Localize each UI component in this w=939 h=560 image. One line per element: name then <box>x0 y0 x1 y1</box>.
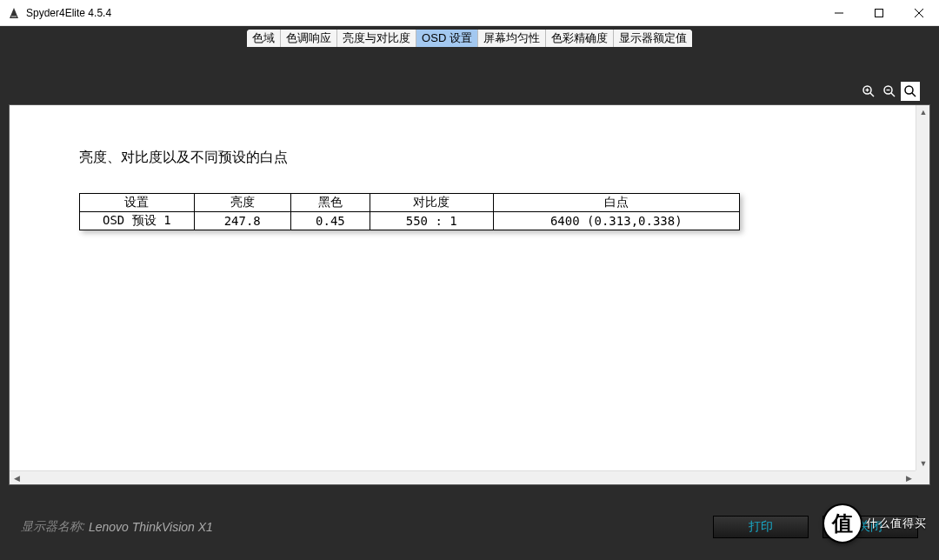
vertical-scrollbar[interactable]: ▲ ▼ <box>916 105 929 470</box>
zoom-fit-button[interactable] <box>901 82 920 101</box>
window-title: Spyder4Elite 4.5.4 <box>26 7 819 19</box>
scroll-right-icon[interactable]: ▶ <box>902 471 916 485</box>
watermark: 值 什么值得买 <box>822 499 927 548</box>
zoom-out-button[interactable] <box>880 82 899 101</box>
svg-line-6 <box>870 93 874 97</box>
window-controls <box>819 0 939 26</box>
osd-table: 设置亮度黑色对比度白点 OSD 预设 1247.80.45550 : 16400… <box>79 193 740 230</box>
monitor-name-value: Lenovo ThinkVision X1 <box>89 520 213 534</box>
svg-rect-2 <box>876 9 883 17</box>
minimize-button[interactable] <box>819 0 859 26</box>
col-header: 对比度 <box>370 194 493 212</box>
content-viewport: 亮度、对比度以及不同预设的白点 设置亮度黑色对比度白点 OSD 预设 1247.… <box>9 104 930 485</box>
tab-1[interactable]: 色调响应 <box>281 30 337 47</box>
table-cell: OSD 预设 1 <box>80 212 195 230</box>
tab-5[interactable]: 色彩精确度 <box>546 30 614 47</box>
zoom-in-button[interactable] <box>859 82 878 101</box>
svg-line-10 <box>891 93 895 97</box>
print-button[interactable]: 打印 <box>713 516 809 538</box>
tab-0[interactable]: 色域 <box>247 30 281 47</box>
table-cell: 0.45 <box>290 212 370 230</box>
svg-point-12 <box>905 86 913 94</box>
table-cell: 247.8 <box>194 212 290 230</box>
viewport-wrap: 亮度、对比度以及不同预设的白点 设置亮度黑色对比度白点 OSD 预设 1247.… <box>9 78 930 485</box>
scroll-left-icon[interactable]: ◀ <box>10 471 23 485</box>
title-bar: Spyder4Elite 4.5.4 <box>0 0 939 26</box>
scroll-down-icon[interactable]: ▼ <box>916 457 930 470</box>
tabs-row: 色域色调响应亮度与对比度OSD 设置屏幕均匀性色彩精确度显示器额定值 <box>0 26 939 47</box>
footer: 显示器名称: Lenovo ThinkVision X1 打印 关闭 <box>0 494 939 560</box>
scroll-up-icon[interactable]: ▲ <box>916 105 930 119</box>
content-area: 亮度、对比度以及不同预设的白点 设置亮度黑色对比度白点 OSD 预设 1247.… <box>10 105 916 470</box>
watermark-badge-icon: 值 <box>822 503 862 543</box>
table-cell: 550 : 1 <box>370 212 493 230</box>
monitor-name-label: 显示器名称: <box>21 519 85 535</box>
tab-2[interactable]: 亮度与对比度 <box>337 30 416 47</box>
zoom-toolbar <box>9 78 930 104</box>
scroll-corner <box>916 470 929 484</box>
watermark-text: 什么值得买 <box>866 516 927 531</box>
svg-rect-0 <box>11 16 17 17</box>
page-heading: 亮度、对比度以及不同预设的白点 <box>79 149 846 167</box>
app-body: 色域色调响应亮度与对比度OSD 设置屏幕均匀性色彩精确度显示器额定值 亮度、对比… <box>0 26 939 560</box>
app-icon <box>7 6 21 20</box>
tab-6[interactable]: 显示器额定值 <box>614 30 692 47</box>
col-header: 亮度 <box>194 194 290 212</box>
svg-line-13 <box>912 93 916 97</box>
col-header: 黑色 <box>290 194 370 212</box>
horizontal-scrollbar[interactable]: ◀ ▶ <box>10 470 916 484</box>
tabs: 色域色调响应亮度与对比度OSD 设置屏幕均匀性色彩精确度显示器额定值 <box>247 30 692 47</box>
tab-4[interactable]: 屏幕均匀性 <box>478 30 546 47</box>
table-row: OSD 预设 1247.80.45550 : 16400 (0.313,0.33… <box>80 212 740 230</box>
close-button[interactable] <box>899 0 939 26</box>
col-header: 设置 <box>80 194 195 212</box>
col-header: 白点 <box>493 194 739 212</box>
maximize-button[interactable] <box>859 0 899 26</box>
table-cell: 6400 (0.313,0.338) <box>493 212 739 230</box>
tab-3[interactable]: OSD 设置 <box>416 30 478 47</box>
